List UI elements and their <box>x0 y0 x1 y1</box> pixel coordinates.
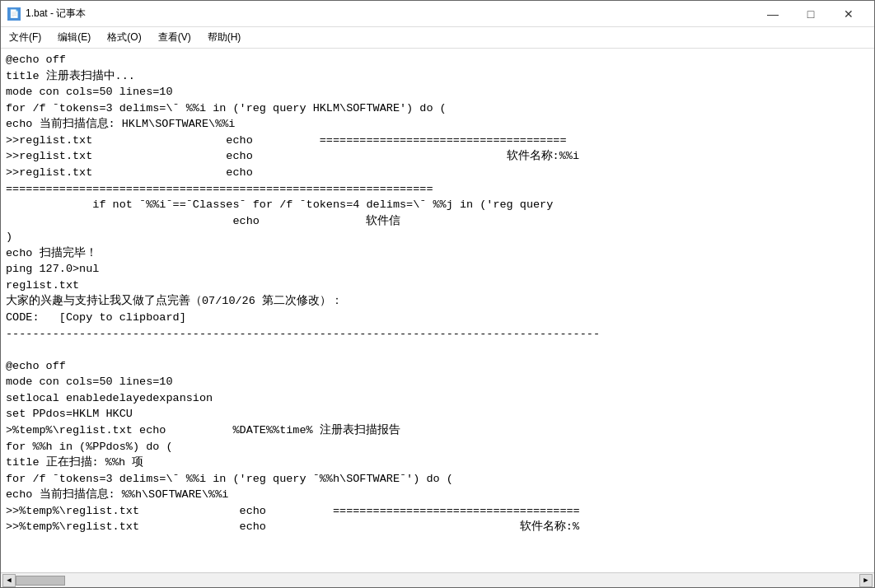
text-editor[interactable]: @echo off title 注册表扫描中... mode con cols=… <box>1 49 874 572</box>
menu-view[interactable]: 查看(V) <box>150 29 199 46</box>
main-window: 📄 1.bat - 记事本 — □ ✕ 文件(F) 编辑(E) 格式(O) 查看… <box>0 0 875 588</box>
minimize-button[interactable]: — <box>754 2 792 26</box>
title-bar: 📄 1.bat - 记事本 — □ ✕ <box>1 1 874 27</box>
scroll-left-button[interactable]: ◀ <box>2 574 16 587</box>
menu-help[interactable]: 帮助(H) <box>199 29 250 46</box>
content-area: @echo off title 注册表扫描中... mode con cols=… <box>1 49 874 587</box>
close-button[interactable]: ✕ <box>830 2 868 26</box>
window-title: 1.bat - 记事本 <box>26 7 86 21</box>
horizontal-scrollbar[interactable]: ◀ ▶ <box>1 572 874 587</box>
menu-format[interactable]: 格式(O) <box>99 29 149 46</box>
menu-edit[interactable]: 编辑(E) <box>49 29 99 46</box>
menu-file[interactable]: 文件(F) <box>1 29 49 46</box>
window-controls: — □ ✕ <box>754 2 868 26</box>
menu-bar: 文件(F) 编辑(E) 格式(O) 查看(V) 帮助(H) <box>1 27 874 49</box>
scroll-right-button[interactable]: ▶ <box>859 574 873 587</box>
scrollbar-thumb[interactable] <box>16 576 65 586</box>
app-icon: 📄 <box>7 7 21 21</box>
scrollbar-track <box>16 576 859 586</box>
maximize-button[interactable]: □ <box>792 2 830 26</box>
title-bar-left: 📄 1.bat - 记事本 <box>7 7 86 21</box>
